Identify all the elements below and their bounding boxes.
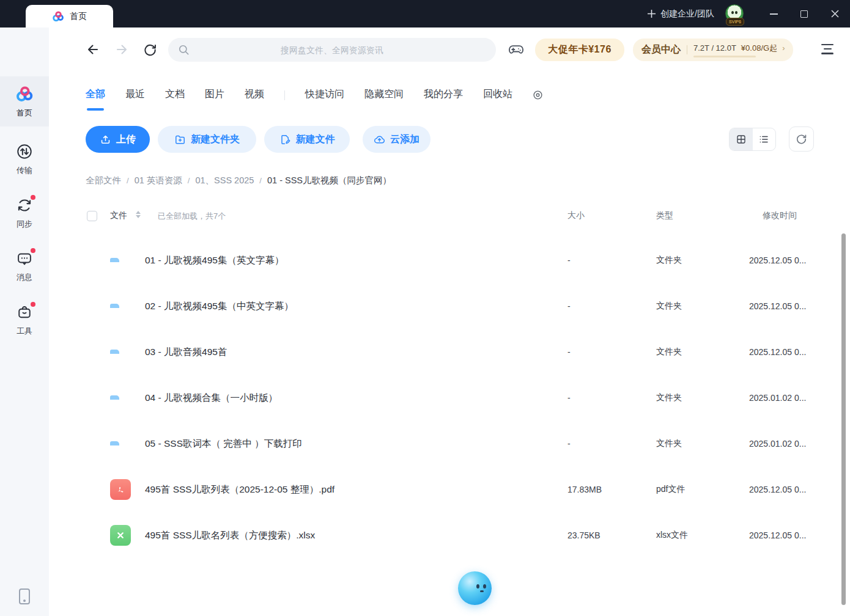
table-row[interactable]: 495首 SSS儿歌列表（2025-12-05 整理）.pdf 17.83MB …: [0, 466, 850, 512]
upload-label: 上传: [116, 133, 136, 146]
file-size: -: [567, 439, 571, 449]
plus-icon: [647, 9, 656, 18]
tab-hidden-space[interactable]: 隐藏空间: [364, 88, 404, 102]
upload-button[interactable]: 上传: [86, 126, 150, 153]
member-center-label: 会员中心: [641, 43, 681, 56]
vip-badge: SVIP6: [726, 18, 744, 26]
sidebar-item-transfer[interactable]: 传输: [0, 134, 49, 184]
table-row[interactable]: 01 - 儿歌视频495集（英文字幕） - 文件夹 2025.12.05 0..…: [0, 237, 850, 283]
back-button[interactable]: [84, 40, 102, 59]
main-menu-button[interactable]: [821, 44, 834, 54]
storage-usage-text: 7.2T / 12.0T: [693, 43, 736, 53]
breadcrumb-root[interactable]: 全部文件: [86, 175, 121, 186]
table-row[interactable]: 04 - 儿歌视频合集（一小时版） - 文件夹 2025.01.02 0...: [0, 375, 850, 420]
create-team-button[interactable]: 创建企业/团队: [647, 9, 714, 20]
file-type: 文件夹: [656, 346, 682, 358]
refresh-list-button[interactable]: [789, 127, 814, 152]
column-file[interactable]: 文件: [110, 210, 127, 221]
ai-assistant-ball[interactable]: [458, 571, 492, 605]
tab-quick-access[interactable]: 快捷访问: [305, 88, 344, 102]
tab-my-shares[interactable]: 我的分享: [424, 88, 463, 102]
table-row[interactable]: 05 - SSS歌词本（ 完善中 ）下载打印 - 文件夹 2025.01.02 …: [0, 420, 850, 466]
app-logo-icon: [52, 10, 64, 23]
tab-all[interactable]: 全部: [86, 88, 105, 102]
search-input[interactable]: [190, 45, 475, 55]
grid-view-icon: [736, 134, 747, 145]
refresh-button[interactable]: [141, 40, 159, 59]
new-file-label: 新建文件: [296, 133, 335, 146]
cloud-add-label: 云添加: [390, 133, 419, 146]
file-name[interactable]: 495首 SSS儿歌名列表（方便搜索）.xlsx: [145, 529, 315, 541]
breadcrumb-separator: /: [259, 176, 262, 185]
file-modified: 2025.12.05 0...: [749, 530, 806, 540]
user-avatar[interactable]: SVIP6: [725, 4, 745, 24]
cloud-add-button[interactable]: 云添加: [363, 126, 431, 153]
file-name[interactable]: 05 - SSS歌词本（ 完善中 ）下载打印: [145, 437, 302, 450]
tab-recycle-bin[interactable]: 回收站: [483, 88, 512, 102]
home-logo-icon: [15, 85, 34, 103]
refresh-list-icon: [796, 133, 807, 145]
tab-settings-icon[interactable]: [533, 90, 543, 100]
breadcrumb-level-2[interactable]: 01、SSS 2025: [195, 175, 254, 186]
create-team-label: 创建企业/团队: [660, 9, 714, 20]
new-folder-button[interactable]: 新建文件夹: [158, 126, 256, 153]
forward-button[interactable]: [113, 40, 131, 59]
column-size[interactable]: 大小: [567, 210, 585, 221]
tab-recent[interactable]: 最近: [125, 88, 145, 102]
file-size: -: [567, 301, 571, 311]
file-name[interactable]: 04 - 儿歌视频合集（一小时版）: [145, 391, 278, 404]
tab-images[interactable]: 图片: [205, 88, 224, 102]
promo-label: 大促年卡¥176: [548, 43, 612, 56]
promo-annual-card-button[interactable]: 大促年卡¥176: [535, 38, 624, 61]
file-modified: 2025.12.05 0...: [749, 485, 806, 494]
tab-home[interactable]: 首页: [26, 5, 113, 28]
member-center-button[interactable]: 会员中心 7.2T / 12.0T ¥0.08/G起 ›: [633, 38, 793, 61]
table-row[interactable]: 03 - 儿歌音频495首 - 文件夹 2025.12.05 0...: [0, 329, 850, 375]
close-button[interactable]: [819, 0, 850, 28]
tab-documents[interactable]: 文档: [165, 88, 185, 102]
file-name[interactable]: 03 - 儿歌音频495首: [145, 345, 227, 358]
breadcrumb-level-1[interactable]: 01 英语资源: [135, 175, 182, 186]
new-file-icon: [279, 134, 291, 145]
mobile-app-icon[interactable]: [19, 588, 30, 604]
new-folder-label: 新建文件夹: [191, 133, 240, 146]
file-table-header: 文件 已全部加载，共7个 大小 类型 修改时间: [0, 208, 850, 228]
file-size: 17.83MB: [567, 485, 602, 494]
table-row[interactable]: 495首 SSS儿歌名列表（方便搜索）.xlsx 23.75KB xlsx文件 …: [0, 512, 850, 558]
search-bar[interactable]: [168, 38, 496, 62]
list-view-icon: [758, 134, 769, 145]
table-row[interactable]: 02 - 儿歌视频495集（中英文字幕） - 文件夹 2025.12.05 0.…: [0, 283, 850, 329]
tab-videos[interactable]: 视频: [245, 88, 264, 102]
breadcrumb: 全部文件 / 01 英语资源 / 01、SSS 2025 / 01 - SSS儿…: [86, 175, 391, 186]
game-icon[interactable]: [508, 41, 525, 58]
cloud-add-icon: [374, 134, 385, 145]
file-name[interactable]: 02 - 儿歌视频495集（中英文字幕）: [145, 299, 294, 312]
storage-price-text: ¥0.08/G起: [741, 43, 777, 54]
grid-view-button[interactable]: [730, 128, 753, 150]
sidebar-item-home[interactable]: 首页: [0, 76, 49, 127]
new-file-button[interactable]: 新建文件: [264, 126, 350, 153]
minimize-button[interactable]: [758, 0, 789, 28]
close-icon: [831, 10, 839, 18]
file-name[interactable]: 01 - 儿歌视频495集（英文字幕）: [145, 254, 284, 266]
sort-icon[interactable]: [136, 211, 141, 218]
column-type[interactable]: 类型: [656, 210, 673, 221]
column-modified[interactable]: 修改时间: [763, 210, 797, 221]
refresh-icon: [143, 43, 157, 57]
file-size: -: [567, 347, 571, 357]
pdf-file-icon: [110, 479, 131, 500]
file-type: xlsx文件: [656, 530, 688, 541]
maximize-icon: [800, 10, 808, 18]
file-size: -: [567, 393, 571, 403]
forward-arrow-icon: [114, 42, 129, 57]
list-view-button[interactable]: [753, 128, 776, 150]
file-type: pdf文件: [656, 484, 685, 495]
maximize-button[interactable]: [789, 0, 819, 28]
file-type: 文件夹: [656, 301, 682, 312]
file-modified: 2025.12.05 0...: [749, 255, 806, 265]
select-all-checkbox[interactable]: [87, 211, 97, 221]
file-name[interactable]: 495首 SSS儿歌列表（2025-12-05 整理）.pdf: [145, 483, 334, 496]
file-type: 文件夹: [656, 255, 682, 266]
new-folder-icon: [174, 134, 186, 145]
vertical-scrollbar[interactable]: [841, 233, 846, 605]
